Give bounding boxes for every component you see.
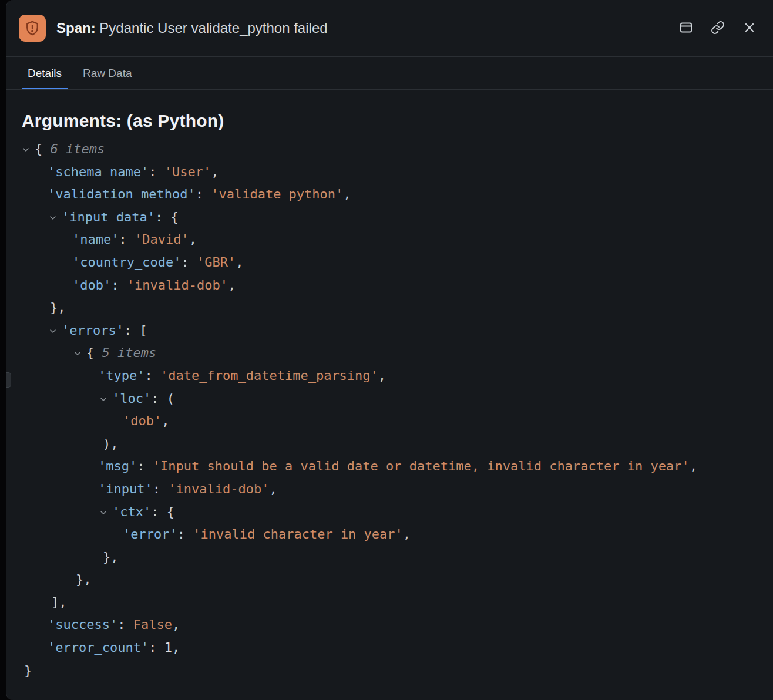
header-actions [678,20,758,36]
collapse-chevron-icon[interactable] [49,319,62,342]
json-punctuation: : [119,232,135,247]
json-punctuation: : [196,187,211,201]
json-string: 'GBR' [197,255,236,270]
json-punctuation: : [149,640,164,655]
tree-guide-line [78,365,78,581]
json-punctuation: , [189,232,197,247]
json-punctuation: , [378,368,386,383]
tree-line: 'dob': 'invalid-dob', [6,274,773,297]
json-string: 'Input should be a valid date or datetim… [153,459,690,473]
json-key: 'type' [98,368,144,383]
json-keyword: False [133,617,172,632]
collapse-chevron-icon[interactable] [99,501,112,524]
tab-bar: Details Raw Data [6,57,773,90]
json-key: 'loc' [112,391,151,406]
tree-line: 'schema_name': 'User', [6,161,773,184]
json-key: 'input' [98,482,153,496]
json-string: 'User' [164,164,211,179]
link-icon [711,21,725,36]
json-punctuation: ], [51,595,67,610]
json-key: 'error' [123,527,177,541]
tab-raw-data[interactable]: Raw Data [77,67,137,89]
panel-title-prefix: Span: [56,20,96,36]
drawer-resize-handle[interactable] [6,372,11,388]
json-punctuation: : [153,482,169,496]
tree-line: }, [6,546,773,569]
json-string: 'invalid-dob' [168,482,269,496]
json-tree: { 6 items'schema_name': 'User','validati… [6,138,773,682]
json-punctuation: { [35,142,51,156]
json-punctuation: , [403,527,411,541]
tree-line: ], [6,591,773,614]
json-item-count: 5 items [102,345,157,360]
json-punctuation: : [181,255,197,270]
tree-line: 'name': 'David', [6,228,773,251]
panel-title: Span: Pydantic User validate_python fail… [56,20,678,36]
json-key: 'success' [48,617,117,632]
tree-line: 'type': 'date_from_datetime_parsing', [6,365,773,388]
json-punctuation: : [137,459,153,473]
json-punctuation: , [172,640,180,655]
tree-line: 'errors': [ [6,319,773,342]
tree-line: 'success': False, [6,614,773,637]
dock-panel-button[interactable] [678,20,694,36]
json-key: 'input_data' [62,210,155,224]
json-punctuation: , [269,482,277,496]
json-key: 'msg' [98,459,137,473]
tree-line: { 5 items [6,342,773,365]
json-punctuation: }, [50,300,66,315]
tree-line: 'country_code': 'GBR', [6,251,773,274]
json-punctuation: : [144,368,160,383]
tree-line: 'error_count': 1, [6,637,773,659]
json-punctuation: , [211,164,219,179]
close-icon [742,21,757,36]
json-punctuation: }, [103,550,119,564]
tree-line: }, [6,568,773,591]
json-string: 'validate_python' [211,187,343,201]
json-key: 'ctx' [112,504,151,519]
tree-line: ), [6,433,773,456]
collapse-chevron-icon[interactable] [49,206,62,229]
arguments-heading: Arguments: (as Python) [22,111,773,131]
json-string: 'invalid-dob' [127,278,228,292]
collapse-chevron-icon[interactable] [73,342,86,365]
json-string: 'dob' [123,413,162,428]
json-string: 'invalid character in year' [193,527,403,541]
json-punctuation: : [ [124,323,147,338]
tree-line: 'validation_method': 'validate_python', [6,183,773,206]
json-number: 1 [164,640,172,655]
json-punctuation: , [172,617,180,632]
details-content: Arguments: (as Python) { 6 items'schema_… [6,90,773,682]
json-punctuation: : [117,617,133,632]
json-punctuation: : ( [151,391,174,406]
tab-details[interactable]: Details [22,67,68,89]
tree-line: { 6 items [6,138,773,161]
tree-line: 'input': 'invalid-dob', [6,478,773,501]
json-key: 'schema_name' [48,164,149,179]
json-key: 'country_code' [72,255,181,270]
tree-line: 'dob', [6,410,773,433]
json-key: 'dob' [72,278,111,292]
json-item-count: 6 items [51,142,105,156]
json-punctuation: : { [151,504,174,519]
collapse-chevron-icon[interactable] [22,138,35,161]
tree-line: } [6,659,773,682]
collapse-chevron-icon[interactable] [99,388,112,410]
json-string: 'date_from_datetime_parsing' [160,368,378,383]
json-punctuation: : [111,278,127,292]
json-punctuation: , [162,413,169,428]
json-punctuation: : { [155,210,179,224]
json-punctuation: , [690,459,697,473]
json-punctuation: , [228,278,236,292]
span-detail-panel: Span: Pydantic User validate_python fail… [6,0,773,700]
json-string: 'David' [135,232,189,247]
tree-line: 'loc': ( [6,388,773,410]
json-punctuation: { [86,345,102,360]
json-punctuation: , [236,255,243,270]
copy-link-button[interactable] [710,20,726,36]
tree-line: 'msg': 'Input should be a valid date or … [6,455,773,478]
tree-line: }, [6,297,773,319]
json-punctuation: } [24,663,32,678]
close-button[interactable] [741,20,758,36]
json-punctuation: , [343,187,351,201]
